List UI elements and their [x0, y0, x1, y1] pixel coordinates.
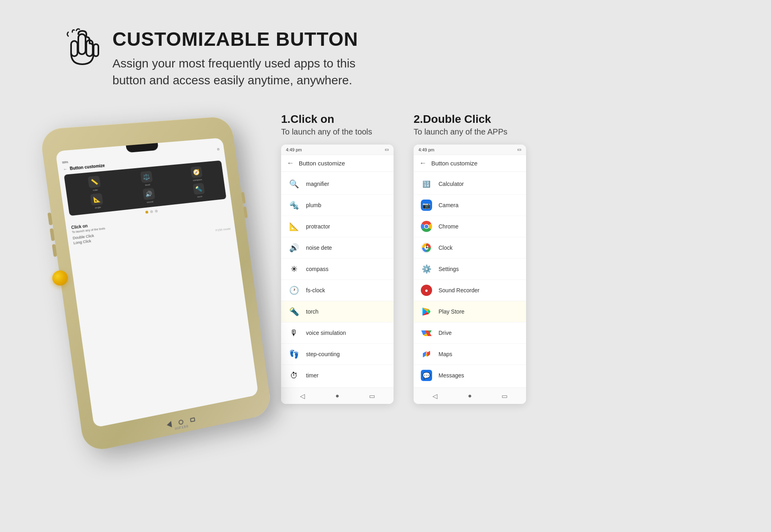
nav-recents[interactable]: ▭: [368, 392, 376, 400]
noise-icon: 🔊: [288, 241, 300, 254]
app-sound-recorder[interactable]: ● Sound Recorder: [414, 280, 526, 301]
app-maps[interactable]: Maps: [414, 344, 526, 365]
side-btn-3: [52, 244, 57, 257]
svg-rect-3: [94, 44, 98, 56]
calculator-icon: 🔢: [420, 177, 433, 190]
nav-home[interactable]: ●: [333, 392, 341, 400]
phone-screen-content: 99% ⊡ ← Button customize 📏 ruler: [55, 138, 236, 255]
click-status-icons: ▭: [385, 147, 389, 152]
double-panel-header: ← Button customize: [414, 155, 526, 172]
click-sublabel: To launch any of the tools: [281, 127, 394, 137]
click-back-arrow[interactable]: ←: [287, 159, 294, 167]
phone-yellow-button[interactable]: [51, 269, 69, 286]
settings-icon: ⚙️: [420, 263, 433, 275]
phone-side-buttons-right: [241, 192, 248, 218]
app-calculator[interactable]: 🔢 Calculator: [414, 173, 526, 195]
plumb-icon: 🔩: [288, 199, 300, 212]
phone-icon-compass-label: compass: [193, 178, 202, 181]
tool-timer[interactable]: ⏱ timer: [281, 365, 394, 386]
double-click-android-panel: 4:49 pm ▭ ← Button customize 🔢 Calculato…: [414, 145, 526, 404]
step-label: step-counting: [306, 351, 340, 357]
phone-icon-ruler-circle: 📏: [88, 175, 101, 188]
phone-icon-bubble: ⚖️ level: [121, 169, 172, 188]
maps-icon: [420, 348, 433, 361]
app-clock[interactable]: Clock: [414, 237, 526, 259]
click-panel-section: 1.Click on To launch any of the tools 4:…: [281, 113, 394, 404]
voice-icon: 🎙: [288, 326, 300, 339]
tool-noise[interactable]: 🔊 noise dete: [281, 237, 394, 259]
phone-icon-ruler-label: ruler: [93, 188, 98, 191]
drive-icon: [420, 326, 433, 339]
phone-screen-title: Button customize: [69, 163, 105, 171]
app-play-store[interactable]: Play Store: [414, 301, 526, 322]
svg-point-15: [426, 353, 427, 354]
play-store-icon: [420, 305, 433, 318]
tool-voice[interactable]: 🎙 voice simulation: [281, 322, 394, 344]
double-nav-home[interactable]: ●: [466, 392, 474, 400]
drive-label: Drive: [439, 330, 452, 336]
tool-compass[interactable]: ✳ compass: [281, 259, 394, 280]
magnifier-icon: 🔍: [288, 177, 300, 190]
svg-rect-2: [71, 41, 78, 56]
tool-step[interactable]: 👣 step-counting: [281, 344, 394, 365]
sound-recorder-label: Sound Recorder: [439, 287, 479, 294]
app-chrome[interactable]: Chrome: [414, 216, 526, 237]
side-btn-right-2: [243, 206, 248, 218]
phone-icon-torch-circle: 🔦: [193, 183, 205, 195]
double-nav-back[interactable]: ◁: [431, 392, 439, 400]
noise-label: noise dete: [306, 245, 332, 251]
phone-home-btn: [178, 419, 184, 425]
double-nav-recents[interactable]: ▭: [501, 392, 509, 400]
content-area: 99% ⊡ ← Button customize 📏 ruler: [64, 113, 707, 434]
phone-battery: ⊡: [217, 148, 220, 151]
tool-torch[interactable]: 🔦 torch: [281, 301, 394, 322]
camera-icon: 📷: [420, 199, 433, 212]
phone-icon-sound-label: sound: [147, 200, 153, 204]
header-section: CUSTOMIZABLE BUTTON Assign your most fre…: [64, 28, 358, 89]
phone-icon-protractor: 📐 angle: [70, 191, 123, 212]
messages-icon: 💬: [420, 369, 433, 382]
main-container: CUSTOMIZABLE BUTTON Assign your most fre…: [0, 0, 771, 532]
plumb-label: plumb: [306, 202, 321, 208]
phone-icon-torch: 🔦 torch: [174, 181, 223, 200]
nav-back[interactable]: ◁: [298, 392, 306, 400]
phone-icon-bubble-circle: ⚖️: [140, 171, 153, 183]
click-tools-list: 🔍 magnifier 🔩 plumb 📐 protractor 🔊: [281, 172, 394, 387]
compass-label: compass: [306, 266, 328, 272]
timer-icon: ⏱: [288, 369, 300, 382]
compass-icon: ✳: [288, 263, 300, 275]
click-status-bar: 4:49 pm ▭: [281, 145, 394, 155]
side-btn-right-1: [241, 192, 246, 204]
app-messages[interactable]: 💬 Messages: [414, 365, 526, 386]
app-settings[interactable]: ⚙️ Settings: [414, 259, 526, 280]
phone-time: 99%: [62, 161, 68, 164]
torch-icon: 🔦: [288, 305, 300, 318]
phone-side-buttons-left: [47, 212, 57, 257]
app-drive[interactable]: Drive: [414, 322, 526, 344]
phone-icon-ruler: 📏 ruler: [68, 174, 121, 194]
double-click-label: 2.Double Click: [414, 113, 526, 126]
phone-icon-protractor-circle: 📐: [90, 193, 104, 206]
chrome-label: Chrome: [439, 223, 459, 230]
tool-magnifier[interactable]: 🔍 magnifier: [281, 173, 394, 195]
click-nav-bar: ◁ ● ▭: [281, 387, 394, 404]
tool-fsclock[interactable]: 🕐 fs-clock: [281, 280, 394, 301]
double-status-icons: ▭: [517, 147, 521, 152]
app-camera[interactable]: 📷 Camera: [414, 195, 526, 216]
click-label: 1.Click on: [281, 113, 394, 126]
tool-protractor[interactable]: 📐 protractor: [281, 216, 394, 237]
double-click-sublabel: To launch any of the APPs: [414, 127, 526, 137]
camera-label: Camera: [439, 202, 459, 208]
double-back-arrow[interactable]: ←: [419, 159, 426, 167]
clock-label: Clock: [439, 245, 453, 251]
phone-icon-sound-circle: 🔊: [143, 188, 155, 200]
settings-label: Settings: [439, 266, 459, 272]
double-click-panel-section: 2.Double Click To launch any of the APPs…: [414, 113, 526, 404]
torch-label: torch: [306, 308, 318, 315]
phone-screen: 99% ⊡ ← Button customize 📏 ruler: [55, 138, 259, 428]
header-text: CUSTOMIZABLE BUTTON Assign your most fre…: [112, 28, 358, 89]
tool-plumb[interactable]: 🔩 plumb: [281, 195, 394, 216]
step-icon: 👣: [288, 348, 300, 361]
phone-icon-bubble-label: level: [145, 183, 150, 186]
phone-icon-torch-label: torch: [197, 195, 202, 198]
